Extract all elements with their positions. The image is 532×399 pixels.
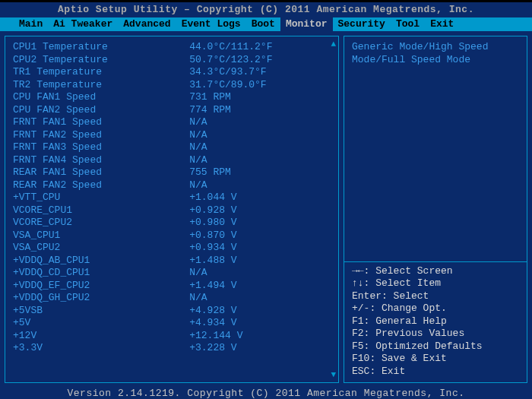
menu-tab-security[interactable]: Security [333,17,391,31]
monitor-row-value: +0.934 V [189,242,331,255]
version-footer: Version 2.14.1219. Copyright (C) 2011 Am… [0,386,532,399]
monitor-row-value: +12.144 V [189,330,331,343]
monitor-row-value: +4.934 V [189,317,331,330]
monitor-row[interactable]: CPU2 Temperature50.7°C/123.2°F [13,54,331,67]
monitor-row-value: N/A [189,116,331,129]
monitor-row[interactable]: CPU FAN2 Speed774 RPM [13,104,331,117]
monitor-row[interactable]: FRNT FAN2 SpeedN/A [13,129,331,142]
monitor-row[interactable]: VSA_CPU1+0.870 V [13,230,331,242]
monitor-row-label: +VTT_CPU [13,192,189,204]
help-pane: Generic Mode/High Speed Mode/Full Speed … [344,36,527,383]
help-line: F5: Optimized Defaults [352,340,519,353]
monitor-row[interactable]: FRNT FAN4 SpeedN/A [13,154,331,167]
monitor-row-label: +VDDQ_CD_CPU1 [13,267,189,280]
monitor-row-value: 50.7°C/123.2°F [189,54,331,67]
monitor-row-label: TR1 Temperature [13,66,189,79]
monitor-row[interactable]: VCORE_CPU1+0.928 V [13,204,331,217]
monitor-row-label: VCORE_CPU2 [13,217,189,230]
monitor-row-label: CPU FAN2 Speed [13,104,189,117]
monitor-row-value: 31.7°C/89.0°F [189,79,331,92]
monitor-row-label: VCORE_CPU1 [13,204,189,217]
monitor-row-label: REAR FAN1 Speed [13,166,189,179]
monitor-row[interactable]: +VDDQ_AB_CPU1+1.488 V [13,255,331,268]
monitor-row[interactable]: VCORE_CPU2+0.980 V [13,217,331,230]
monitor-row-label: CPU FAN1 Speed [13,91,189,104]
monitor-row[interactable]: +VDDQ_GH_CPU2N/A [13,292,331,305]
monitor-row-label: +12V [13,330,189,343]
monitor-row[interactable]: +VTT_CPU+1.044 V [13,192,331,204]
monitor-row[interactable]: FRNT FAN1 SpeedN/A [13,116,331,129]
monitor-row-label: FRNT FAN2 Speed [13,129,189,142]
help-line: F2: Previous Values [352,328,519,340]
monitor-row-value: +0.870 V [189,230,331,242]
monitor-row-value: +1.488 V [189,255,331,268]
monitor-row-value: 755 RPM [189,166,331,179]
monitor-row-value: 34.3°C/93.7°F [189,66,331,79]
monitor-row[interactable]: REAR FAN2 SpeedN/A [13,179,331,192]
monitor-row-label: +3.3V [13,342,189,355]
monitor-row-value: 44.0°C/111.2°F [189,41,331,54]
help-line: Enter: Select [352,290,519,303]
monitor-row-label: TR2 Temperature [13,79,189,92]
monitor-row-label: CPU1 Temperature [13,41,189,54]
menu-bar: MainAi TweakerAdvancedEvent LogsBootMoni… [0,17,532,31]
monitor-row-label: VSA_CPU1 [13,230,189,242]
help-line: →←: Select Screen [352,265,519,278]
monitor-row-label: VSA_CPU2 [13,242,189,255]
monitor-row[interactable]: TR1 Temperature34.3°C/93.7°F [13,66,331,79]
monitor-row-label: +VDDQ_AB_CPU1 [13,255,189,268]
help-line: +/-: Change Opt. [352,302,519,315]
menu-tab-advanced[interactable]: Advanced [118,17,176,31]
monitor-row[interactable]: CPU1 Temperature44.0°C/111.2°F [13,41,331,54]
monitor-row-value: N/A [189,179,331,192]
utility-title: Aptio Setup Utility – Copyright (C) 2011… [0,2,532,17]
monitor-row-label: +VDDQ_EF_CPU2 [13,280,189,293]
menu-tab-monitor[interactable]: Monitor [280,17,333,31]
monitor-row[interactable]: +12V+12.144 V [13,330,331,343]
monitor-row-value: N/A [189,129,331,142]
monitor-row-value: N/A [189,292,331,305]
scroll-up-icon[interactable]: ▲ [331,40,336,49]
menu-tab-event-logs[interactable]: Event Logs [176,17,246,31]
help-line: F10: Save & Exit [352,353,519,366]
menu-tab-tool[interactable]: Tool [391,17,425,31]
monitor-row-label: CPU2 Temperature [13,54,189,67]
monitor-row-value: 774 RPM [189,104,331,117]
pane-divider [344,261,527,262]
monitor-row[interactable]: +VDDQ_EF_CPU2+1.494 V [13,280,331,293]
monitor-row-label: +VDDQ_GH_CPU2 [13,292,189,305]
menu-tab-boot[interactable]: Boot [246,17,280,31]
monitor-row-value: +0.980 V [189,217,331,230]
monitor-row-label: FRNT FAN4 Speed [13,154,189,167]
menu-tab-ai-tweaker[interactable]: Ai Tweaker [48,17,118,31]
info-line: Generic Mode/High Speed [352,41,519,54]
monitor-row[interactable]: +3.3V+3.228 V [13,342,331,355]
monitor-row[interactable]: +5VSB+4.928 V [13,305,331,318]
monitor-row-label: FRNT FAN3 Speed [13,141,189,154]
monitor-row-value: +1.044 V [189,192,331,204]
menu-tab-main[interactable]: Main [14,17,48,31]
menu-tab-exit[interactable]: Exit [425,17,459,31]
monitor-row[interactable]: REAR FAN1 Speed755 RPM [13,166,331,179]
help-line: ESC: Exit [352,366,519,378]
help-line: F1: General Help [352,315,519,328]
monitor-pane: ▲ CPU1 Temperature44.0°C/111.2°FCPU2 Tem… [5,36,339,383]
scroll-down-icon[interactable]: ▼ [331,370,336,379]
monitor-row[interactable]: VSA_CPU2+0.934 V [13,242,331,255]
monitor-row-value: +4.928 V [189,305,331,318]
monitor-row-value: N/A [189,154,331,167]
monitor-row-label: +5VSB [13,305,189,318]
monitor-row-value: N/A [189,141,331,154]
monitor-row-value: +0.928 V [189,204,331,217]
monitor-row[interactable]: +5V+4.934 V [13,317,331,330]
monitor-row-value: N/A [189,267,331,280]
monitor-row-label: FRNT FAN1 Speed [13,116,189,129]
monitor-row[interactable]: +VDDQ_CD_CPU1N/A [13,267,331,280]
monitor-row-label: +5V [13,317,189,330]
monitor-row-value: +1.494 V [189,280,331,293]
monitor-row[interactable]: FRNT FAN3 SpeedN/A [13,141,331,154]
monitor-row[interactable]: TR2 Temperature31.7°C/89.0°F [13,79,331,92]
monitor-row-value: 731 RPM [189,91,331,104]
help-line: ↑↓: Select Item [352,277,519,290]
monitor-row[interactable]: CPU FAN1 Speed731 RPM [13,91,331,104]
